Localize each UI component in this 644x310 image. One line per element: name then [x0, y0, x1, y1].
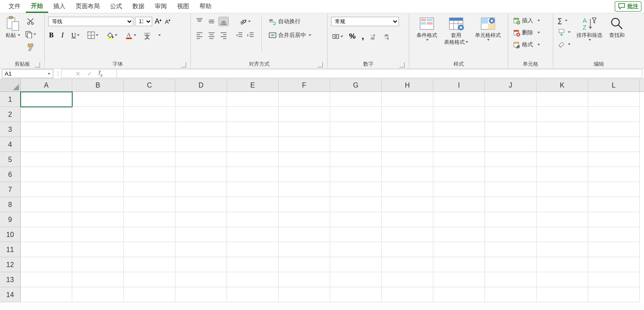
row-header[interactable]: 6 — [0, 167, 21, 182]
formula-input[interactable] — [117, 69, 642, 78]
cell[interactable] — [485, 167, 537, 182]
cell[interactable] — [537, 92, 588, 107]
insert-cells-button[interactable]: 插入 — [512, 16, 541, 25]
cell[interactable] — [433, 287, 485, 302]
cell[interactable] — [433, 92, 485, 107]
cell[interactable] — [279, 212, 330, 227]
cell[interactable] — [21, 137, 72, 152]
cell[interactable] — [72, 152, 124, 167]
cell[interactable] — [279, 197, 330, 212]
cell[interactable] — [227, 152, 279, 167]
cell[interactable] — [330, 167, 382, 182]
cell[interactable] — [21, 287, 72, 302]
cell[interactable] — [279, 137, 330, 152]
cell[interactable] — [124, 137, 175, 152]
delete-cells-button[interactable]: 删除 — [512, 28, 541, 37]
cell[interactable] — [279, 242, 330, 257]
font-color-button[interactable]: A — [124, 30, 137, 40]
cell[interactable] — [588, 212, 640, 227]
cell[interactable] — [588, 167, 640, 182]
wrap-text-button[interactable]: ab自动换行 — [268, 17, 301, 26]
column-header[interactable]: C — [124, 79, 175, 91]
align-left-button[interactable] — [194, 30, 205, 40]
cell[interactable] — [485, 152, 537, 167]
menu-formulas[interactable]: 公式 — [105, 1, 127, 12]
cell[interactable] — [72, 92, 124, 107]
cell[interactable] — [21, 212, 72, 227]
column-header[interactable]: B — [72, 79, 124, 91]
decrease-decimal-button[interactable]: .00→0 — [383, 32, 393, 41]
cell[interactable] — [227, 257, 279, 272]
cell[interactable] — [537, 242, 588, 257]
cell[interactable] — [433, 182, 485, 197]
align-top-button[interactable] — [194, 17, 205, 26]
cell[interactable] — [124, 197, 175, 212]
cell[interactable] — [227, 197, 279, 212]
cell[interactable] — [537, 227, 588, 242]
menu-insert[interactable]: 插入 — [48, 1, 71, 12]
cell[interactable] — [21, 122, 72, 137]
cell[interactable] — [72, 227, 124, 242]
cell[interactable] — [124, 272, 175, 287]
insert-function-button[interactable]: fx — [98, 70, 103, 78]
row-header[interactable]: 14 — [0, 287, 21, 302]
cell[interactable] — [21, 107, 72, 122]
cell[interactable] — [433, 242, 485, 257]
cell[interactable] — [330, 257, 382, 272]
cell[interactable] — [227, 122, 279, 137]
cell[interactable] — [175, 167, 227, 182]
cell[interactable] — [175, 122, 227, 137]
cell[interactable] — [485, 92, 537, 107]
select-all-corner[interactable] — [0, 79, 21, 91]
cell[interactable] — [72, 137, 124, 152]
clipboard-launcher[interactable] — [35, 62, 40, 67]
cell[interactable] — [537, 212, 588, 227]
cell[interactable] — [21, 92, 72, 107]
decrease-font-button[interactable]: A▾ — [164, 18, 172, 26]
cell[interactable] — [433, 257, 485, 272]
name-box[interactable]: A1 — [2, 69, 53, 78]
column-header[interactable]: H — [382, 79, 433, 91]
cell[interactable] — [72, 107, 124, 122]
cell[interactable] — [124, 287, 175, 302]
cell[interactable] — [124, 122, 175, 137]
comments-button[interactable]: 批注 — [615, 1, 641, 12]
cell[interactable] — [433, 107, 485, 122]
cell[interactable] — [279, 122, 330, 137]
underline-button[interactable]: U — [71, 31, 80, 40]
cell[interactable] — [330, 227, 382, 242]
cell[interactable] — [175, 107, 227, 122]
cell[interactable] — [279, 152, 330, 167]
cell[interactable] — [175, 287, 227, 302]
cell[interactable] — [485, 137, 537, 152]
cell[interactable] — [537, 122, 588, 137]
increase-font-button[interactable]: A▴ — [154, 17, 163, 26]
cell[interactable] — [485, 257, 537, 272]
cell[interactable] — [330, 242, 382, 257]
cell[interactable] — [537, 287, 588, 302]
menu-data[interactable]: 数据 — [127, 1, 150, 12]
cell[interactable] — [382, 107, 433, 122]
cell[interactable] — [21, 227, 72, 242]
italic-button[interactable]: I — [61, 30, 64, 40]
cell[interactable] — [72, 197, 124, 212]
cell[interactable] — [227, 212, 279, 227]
cell[interactable] — [175, 92, 227, 107]
cell[interactable] — [124, 212, 175, 227]
column-header[interactable]: E — [227, 79, 279, 91]
cell[interactable] — [433, 152, 485, 167]
cell[interactable] — [72, 212, 124, 227]
row-header[interactable]: 8 — [0, 197, 21, 212]
cell[interactable] — [485, 197, 537, 212]
cell[interactable] — [433, 212, 485, 227]
row-header[interactable]: 2 — [0, 107, 21, 122]
borders-button[interactable] — [86, 30, 99, 40]
cell[interactable] — [21, 167, 72, 182]
increase-indent-button[interactable] — [246, 30, 255, 40]
cell[interactable] — [330, 152, 382, 167]
cell[interactable] — [21, 257, 72, 272]
cell[interactable] — [588, 197, 640, 212]
comma-button[interactable]: , — [361, 30, 365, 42]
cell[interactable] — [588, 137, 640, 152]
cell[interactable] — [279, 107, 330, 122]
